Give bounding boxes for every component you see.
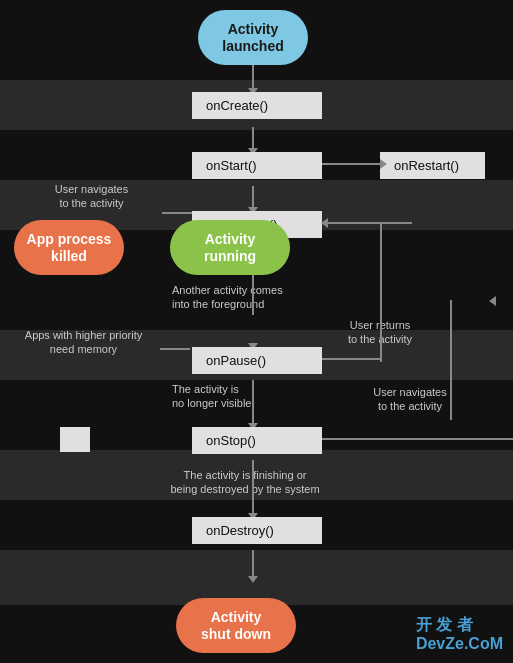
apps-priority-label: Apps with higher priorityneed memory: [6, 328, 161, 357]
onstart-box: onStart(): [192, 152, 322, 179]
arrow-right-to-onrestart: [489, 296, 496, 306]
line-to-onrestart: [322, 163, 382, 165]
line-onpause-right: [322, 358, 382, 360]
line-oncreate-to-onstart: [252, 127, 254, 149]
line-right-return: [380, 222, 382, 362]
onstop-box: onStop(): [192, 427, 322, 454]
activity-launched-label: Activitylaunched: [222, 21, 283, 55]
ondestroy-box: onDestroy(): [192, 517, 322, 544]
onrestart-box: onRestart(): [380, 152, 485, 179]
line-onstop-to-ondestroy: [252, 460, 254, 515]
another-activity-label: Another activity comesinto the foregroun…: [172, 283, 327, 312]
activity-shut-down-oval: Activityshut down: [176, 598, 296, 653]
app-process-killed-label: App processkilled: [27, 231, 112, 265]
line-onstop-right: [322, 438, 513, 440]
activity-running-label: Activityrunning: [204, 231, 256, 265]
oncreate-box: onCreate(): [192, 92, 322, 119]
onpause-box: onPause(): [192, 347, 322, 374]
activity-launched-oval: Activitylaunched: [198, 10, 308, 65]
watermark: 开 发 者DevZe.CoM: [416, 615, 503, 653]
arrow-onrestart: [380, 159, 387, 169]
arrow-to-shutdown: [248, 576, 258, 583]
app-process-killed-oval: App processkilled: [14, 220, 124, 275]
activity-shut-down-label: Activityshut down: [201, 609, 271, 643]
line-ondestroy-to-shutdown: [252, 550, 254, 578]
activity-finishing-label: The activity is finishing orbeing destro…: [130, 468, 360, 497]
line-far-right: [450, 300, 452, 420]
line-apps-priority: [160, 348, 190, 350]
user-navigates2-label: User navigatesto the activity: [340, 385, 480, 414]
line-user-nav: [162, 212, 192, 214]
small-box-left: [60, 427, 90, 452]
activity-no-longer-label: The activity isno longer visible: [172, 382, 322, 411]
user-navigates-label: User navigatesto the activity: [14, 182, 169, 211]
line-onpause-to-onstop: [252, 380, 254, 425]
line-onresume-right: [322, 222, 412, 224]
line-launched-to-oncreate: [252, 65, 254, 90]
arrow-to-onresume-return: [321, 218, 328, 228]
line-onstart-to-onresume: [252, 186, 254, 208]
activity-running-oval: Activityrunning: [170, 220, 290, 275]
line-running-to-onpause: [252, 275, 254, 315]
